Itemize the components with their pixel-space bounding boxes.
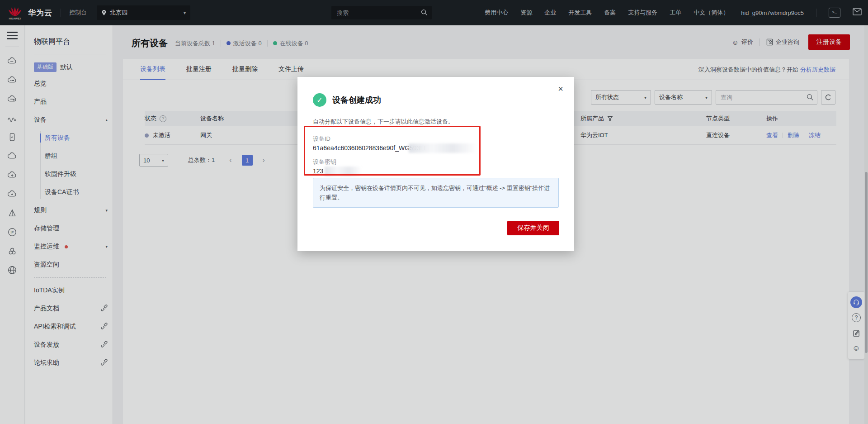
redaction-blur <box>325 167 362 176</box>
close-icon[interactable]: × <box>558 84 563 93</box>
device-id-value: 61a6ea4c603606028836e90f_WG593LI <box>313 144 521 152</box>
device-secret-label: 设备密钥 <box>313 158 559 166</box>
modal-description: 自动分配以下设备信息，下一步请以此信息激活设备。 <box>297 107 574 126</box>
huawei-cloud-console: HUAWEI 华为云 控制台 北京四 ▾ 费用中心 资源 企业 <box>0 0 868 424</box>
device-id-label: 设备ID <box>313 135 559 143</box>
save-and-close-button[interactable]: 保存并关闭 <box>507 221 559 235</box>
success-check-icon: ✓ <box>313 93 326 107</box>
device-secret-value: 123 <box>313 167 521 175</box>
security-notice: 为保证安全，密钥在设备详情页内不可见，如遗忘密钥，可通过"概述 -> 重置密钥"… <box>313 178 559 208</box>
modal-title: 设备创建成功 <box>332 95 381 105</box>
redaction-blur <box>409 143 476 153</box>
device-created-modal: × ✓ 设备创建成功 自动分配以下设备信息，下一步请以此信息激活设备。 设备ID… <box>297 77 574 251</box>
